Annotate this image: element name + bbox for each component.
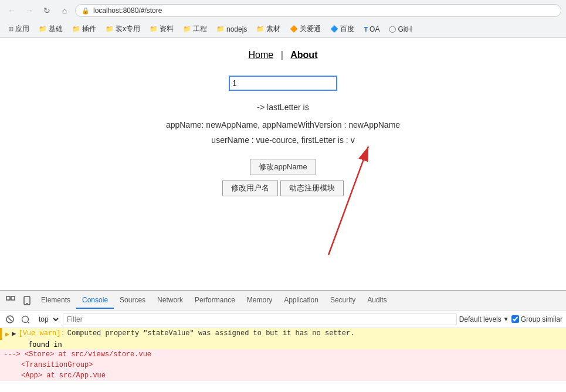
bookmark-nodejs-label: nodejs [226, 25, 247, 33]
url-text: localhost:8080/#/store [93, 6, 162, 15]
folder-icon-4: 📁 [150, 25, 158, 33]
console-error-row-3: <App> at src/App.vue [0, 370, 566, 381]
about-link[interactable]: About [290, 50, 317, 60]
input-section [0, 76, 566, 91]
bookmark-baidu[interactable]: 🔷 百度 [327, 23, 358, 35]
devtools-mobile-icon[interactable] [19, 292, 35, 309]
bookmark-basic-label: 基础 [49, 24, 63, 34]
folder-icon-5: 📁 [183, 25, 191, 33]
warn-prefix: [Vue warn]: [18, 329, 65, 338]
tab-network[interactable]: Network [151, 292, 189, 309]
console-error-row-2: <TransitionGroup> [0, 360, 566, 370]
tab-performance[interactable]: Performance [189, 292, 241, 309]
back-button[interactable]: ← [5, 4, 19, 18]
svg-line-7 [8, 318, 12, 321]
console-filter-input[interactable] [63, 313, 457, 325]
home-link[interactable]: Home [249, 50, 274, 60]
bookmark-project-label: 工程 [193, 24, 207, 34]
guanai-icon: 🔶 [290, 25, 298, 33]
folder-icon-7: 📁 [256, 25, 265, 33]
folder-icon-6: 📁 [216, 25, 225, 33]
bookmark-data[interactable]: 📁 资料 [146, 23, 177, 35]
tab-application[interactable]: Application [278, 292, 324, 309]
page-content: Home | About -> lastLetter is appName: n… [0, 38, 566, 290]
bookmark-assets-label: 素材 [266, 24, 280, 34]
bookmark-guanai-label: 关爱通 [300, 24, 321, 34]
modify-user-button[interactable]: 修改用户名 [222, 180, 278, 196]
bookmark-plugins[interactable]: 📁 插件 [69, 23, 100, 35]
clear-console-icon[interactable] [4, 313, 16, 326]
folder-icon-1: 📁 [39, 25, 47, 33]
group-similar-checkbox[interactable]: Group similar [511, 315, 562, 323]
bookmark-project[interactable]: 📁 工程 [179, 23, 211, 35]
tab-sources[interactable]: Sources [114, 292, 151, 309]
browser-chrome: ← → ↻ ⌂ 🔒 localhost:8080/#/store ⊞ 应用 📁 … [0, 0, 566, 38]
bookmark-oa[interactable]: T OA [360, 24, 383, 35]
console-error-row-1: ---> <Store> at src/views/store.vue [0, 349, 566, 360]
svg-rect-3 [11, 296, 15, 300]
tab-security[interactable]: Security [324, 292, 361, 309]
console-warn-expand: ▶ [12, 329, 16, 338]
bookmarks-bar: ⊞ 应用 📁 基础 📁 插件 📁 装x专用 📁 资料 📁 工程 📁 nodejs [0, 21, 566, 38]
chevron-down-icon: ▼ [503, 316, 509, 322]
group-similar-input[interactable] [511, 315, 519, 323]
arrow-text: -> lastLetter is [0, 103, 566, 112]
value-input[interactable] [229, 76, 337, 91]
console-warn-row: ▶ ▶ [Vue warn]: Computed property "state… [0, 328, 566, 340]
folder-icon-3: 📁 [106, 25, 114, 33]
console-warn-text: Computed property "stateValue" was assig… [67, 329, 355, 338]
bookmark-special-label: 装x专用 [116, 24, 140, 34]
github-icon: ◯ [389, 25, 396, 33]
reload-button[interactable]: ↻ [40, 4, 54, 18]
console-found-row: found in [0, 340, 566, 349]
svg-line-9 [28, 322, 29, 323]
dynamic-register-button[interactable]: 动态注册模块 [280, 180, 344, 196]
info-line-1: appName: newAppName, appNameWithVersion … [0, 120, 566, 129]
tab-elements[interactable]: Elements [35, 292, 76, 309]
buttons-row-1: 修改appName [0, 159, 566, 175]
tab-audits[interactable]: Audits [361, 292, 392, 309]
info-line-2: userName : vue-cource, firstLetter is : … [0, 135, 566, 145]
top-dropdown[interactable]: top [34, 313, 60, 325]
devtools-toolbar: top Default levels ▼ Group similar [0, 311, 566, 328]
bookmark-oa-label: OA [370, 25, 379, 33]
bookmark-basic[interactable]: 📁 基础 [35, 23, 66, 35]
baidu-icon: 🔷 [330, 25, 338, 33]
filter-icon[interactable] [19, 313, 32, 326]
tab-console[interactable]: Console [76, 292, 114, 309]
default-levels-dropdown[interactable]: Default levels ▼ [459, 315, 509, 323]
bookmark-plugins-label: 插件 [82, 24, 96, 34]
arrow-prefix: ---> <Store> at src/views/store.vue [4, 350, 151, 359]
bookmark-nodejs[interactable]: 📁 nodejs [213, 24, 250, 35]
bookmark-special[interactable]: 📁 装x专用 [102, 23, 144, 35]
console-content: ▶ ▶ [Vue warn]: Computed property "state… [0, 328, 566, 392]
bookmark-data-label: 资料 [160, 24, 174, 34]
svg-rect-2 [6, 296, 10, 300]
apps-icon: ⊞ [8, 25, 13, 33]
bookmark-guanai[interactable]: 🔶 关爱通 [286, 23, 324, 35]
address-bar[interactable]: 🔒 localhost:8080/#/store [75, 4, 561, 17]
found-text: found in [28, 340, 62, 349]
context-selector[interactable]: top [34, 313, 60, 325]
bookmark-github-label: GitH [398, 25, 412, 33]
folder-icon-2: 📁 [72, 25, 80, 33]
bookmark-apps[interactable]: ⊞ 应用 [5, 23, 33, 35]
home-button[interactable]: ⌂ [57, 4, 72, 18]
devtools-inspect-icon[interactable] [2, 292, 19, 309]
warn-icon: ▶ [5, 330, 9, 339]
nav-bar: ← → ↻ ⌂ 🔒 localhost:8080/#/store [0, 0, 566, 21]
app-vue-text: <App> at src/App.vue [21, 371, 106, 380]
page-nav: Home | About [0, 38, 566, 70]
oa-icon: T [364, 26, 368, 33]
lock-icon: 🔒 [82, 7, 90, 15]
bookmark-assets[interactable]: 📁 素材 [253, 23, 284, 35]
modify-appname-button[interactable]: 修改appName [250, 159, 316, 175]
forward-button[interactable]: → [22, 4, 36, 18]
devtools-tabs: Elements Console Sources Network Perform… [0, 291, 566, 311]
devtools-panel: Elements Console Sources Network Perform… [0, 290, 566, 392]
transition-group-text: <TransitionGroup> [21, 361, 93, 369]
buttons-row-2: 修改用户名 动态注册模块 [0, 180, 566, 196]
tab-memory[interactable]: Memory [241, 292, 278, 309]
bookmark-github[interactable]: ◯ GitH [385, 24, 415, 35]
svg-point-8 [22, 316, 29, 322]
